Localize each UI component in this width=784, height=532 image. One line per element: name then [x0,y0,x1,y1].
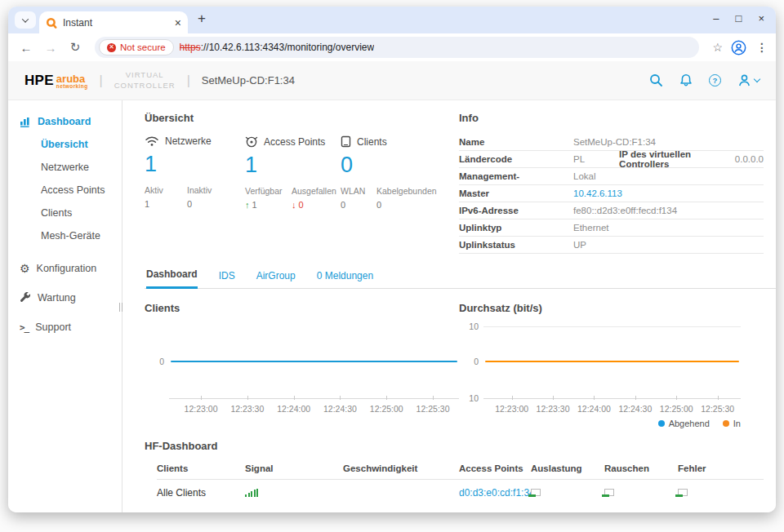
browser-menu-icon[interactable]: ⋮ [756,41,768,54]
sidebar-item-uebersicht[interactable]: Übersicht [8,133,122,156]
info-title: Info [459,112,764,124]
new-tab-button[interactable]: + [198,11,206,27]
reload-button[interactable]: ↻ [65,40,85,55]
url-scheme: https [180,42,201,53]
security-badge-label: Not secure [120,42,166,52]
browser-tab-instant[interactable]: Instant × [39,11,188,33]
networking-wordmark: networking [56,84,88,90]
chevron-down-icon [754,76,760,82]
browser-window: Instant × + – □ × ← → ↻ ✕ Not secure htt… [8,7,776,512]
forward-button[interactable]: → [41,41,60,55]
bookmark-star-icon[interactable]: ☆ [712,41,723,54]
header-divider: | [187,73,190,88]
browser-tabstrip: Instant × + – □ × [8,7,776,33]
clients-series-line [171,361,457,362]
aruba-wordmark: aruba [56,73,88,84]
dashboard-tabbar: Dashboard IDS AirGroup 0 Meldungen [145,268,776,289]
networks-card: Netzwerke 1 Aktiv1 Inaktiv0 [145,135,245,210]
utilization-mini-chart-icon [531,489,541,496]
throughput-chart-title: Durchsatz (bit/s) [459,302,764,314]
sidebar: Dashboard Übersicht Netzwerke Access Poi… [8,100,122,512]
hf-dashboard-title: HF-Dashboard [145,440,776,452]
sidebar-resize-grip[interactable] [119,303,124,312]
clients-count: 0 [341,153,455,178]
user-icon [737,73,751,87]
window-close-button[interactable]: × [758,13,764,24]
tab-meldungen[interactable]: 0 Meldungen [317,270,373,288]
browser-toolbar: ← → ↻ ✕ Not secure https://10.42.6.113:4… [8,33,776,61]
clients-chart-title: Clients [145,302,459,314]
not-secure-icon: ✕ [107,43,116,52]
dashboard-icon [20,117,31,127]
chevron-down-icon [22,16,29,22]
clients-card: Clients 0 WLAN0 Kabelgebunden0 [341,135,455,210]
tab-title: Instant [63,17,169,29]
signal-bars-icon [245,489,343,497]
bell-icon[interactable] [679,73,693,87]
sidebar-item-access-points[interactable]: Access Points [8,179,122,202]
master-ip-link[interactable]: 10.42.6.113 [573,188,622,198]
ap-mac-link[interactable]: d0:d3:e0:cd:f1:34 [459,487,531,499]
sidebar-item-clients[interactable]: Clients [8,202,122,224]
legend-dot-abgehend [658,420,665,427]
security-chip[interactable]: ✕ Not secure [99,39,174,55]
card-label: Clients [357,136,387,148]
tab-close-icon[interactable]: × [175,17,181,29]
hpe-wordmark: HPE [24,73,54,89]
wifi-icon [145,135,159,147]
window-minimize-button[interactable]: – [713,13,719,24]
window-maximize-button[interactable]: □ [736,13,742,24]
hf-clients-table: Clients Signal Geschwindigkeit Alle Clie… [145,460,459,499]
throughput-chart: 10 0 10 12:23:00 12:23:30 12:24:00 12:24… [459,319,764,415]
client-device-icon [341,135,351,148]
user-menu[interactable] [737,73,760,87]
sidebar-item-dashboard[interactable]: Dashboard [8,110,122,133]
sidebar-item-konfiguration[interactable]: ⚙ Konfiguration [8,254,122,283]
card-label: Netzwerke [165,135,212,147]
legend-dot-in [723,420,729,427]
hpe-aruba-logo: HPE aruba networking [24,72,88,90]
arrow-up-icon: ↑ [245,200,250,210]
aruba-favicon-icon [46,17,57,29]
info-table: NameSetMeUp-CD:F1:34 Ländercode PL IP de… [459,134,764,254]
header-divider: | [100,73,103,88]
gear-icon: ⚙ [20,263,30,274]
sidebar-item-support[interactable]: >_ Support [8,313,122,342]
main-content: Übersicht Netzwerke 1 Aktiv1 Inaktiv0 [122,100,776,512]
tab-airgroup[interactable]: AirGroup [256,270,296,288]
card-label: Access Points [264,136,325,148]
hf-access-points-table: Access Points Auslastung Rauschen Fehler… [459,460,776,499]
table-row: d0:d3:e0:cd:f1:34 [459,480,764,499]
url-bar[interactable]: ✕ Not secure https://10.42.6.113:4343/mo… [95,37,699,58]
chart-legend: Abgehend In [459,419,764,428]
tab-search-button[interactable] [15,11,36,29]
sidebar-item-label: Dashboard [38,116,91,127]
wrench-icon [20,292,31,304]
access-points-card: Access Points 1 Verfügbar↑1 Ausgefallen↓… [245,135,341,210]
access-points-count: 1 [245,153,341,178]
errors-mini-chart-icon [678,489,688,496]
help-icon[interactable]: ? [709,74,721,86]
arrow-down-icon: ↓ [292,200,296,210]
tab-ids[interactable]: IDS [219,270,235,288]
access-point-icon [245,135,258,148]
product-name: VIRTUAL CONTROLLER [114,70,176,91]
url-text: https://10.42.6.113:4343/monitoring/over… [180,42,375,53]
throughput-series-line [485,361,739,362]
sidebar-item-wartung[interactable]: Wartung [8,283,122,313]
url-rest: ://10.42.6.113:4343/monitoring/overview [201,42,375,53]
tab-dashboard[interactable]: Dashboard [146,268,198,289]
profile-avatar-icon[interactable] [731,40,746,55]
terminal-icon: >_ [20,322,29,333]
networks-count: 1 [145,153,245,177]
table-row: Alle Clients [157,480,459,499]
app-header: HPE aruba networking | VIRTUAL CONTROLLE… [8,61,776,100]
search-icon[interactable] [649,73,663,87]
overview-title: Übersicht [145,112,459,124]
sidebar-item-netzwerke[interactable]: Netzwerke [8,156,122,179]
controller-name: SetMeUp-CD:F1:34 [202,74,295,86]
noise-mini-chart-icon [604,489,614,496]
sidebar-item-mesh-geraete[interactable]: Mesh-Geräte [8,224,122,247]
back-button[interactable]: ← [16,41,36,55]
clients-chart: 0 12:23:00 12:23:30 12:24:00 12:24:30 12… [145,319,459,415]
